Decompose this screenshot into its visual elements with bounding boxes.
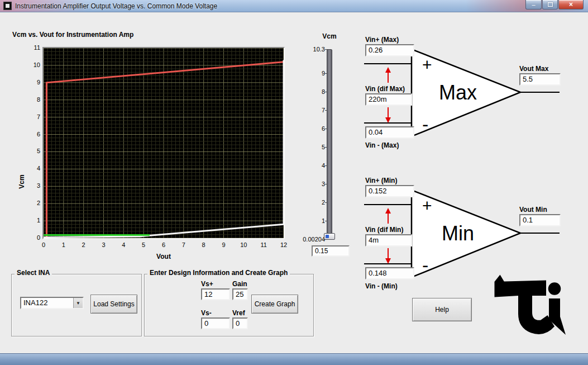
slider-tick-label: 5 bbox=[322, 144, 325, 150]
slider-track[interactable] bbox=[327, 49, 332, 240]
vs-plus-label: Vs+ bbox=[201, 280, 213, 288]
plot-area bbox=[42, 47, 285, 239]
vin-minus-min-field[interactable]: 0.148 bbox=[365, 267, 414, 279]
graph-title: Vcm vs. Vout for Instrumentation Amp bbox=[12, 31, 133, 39]
vout-min-field: 0.1 bbox=[519, 214, 561, 226]
vin-dif-min-field[interactable]: 4m bbox=[365, 234, 412, 247]
app-icon bbox=[3, 2, 12, 10]
x-tick-label: 0 bbox=[42, 241, 45, 248]
x-tick-label: 1 bbox=[62, 241, 65, 248]
create-graph-button[interactable]: Create Graph bbox=[251, 295, 298, 314]
minus-input-sign: - bbox=[422, 254, 428, 276]
x-tick-label: 5 bbox=[142, 241, 145, 248]
ina-dropdown-value: INA122 bbox=[21, 298, 73, 308]
y-tick-label: 8 bbox=[37, 96, 40, 103]
y-tick-label: 4 bbox=[37, 165, 40, 172]
vs-minus-field[interactable]: 0 bbox=[201, 317, 230, 329]
window-controls: – × bbox=[525, 0, 584, 10]
slider-tick-label: 2 bbox=[322, 199, 325, 206]
vcm-value-field[interactable]: 0.15 bbox=[312, 245, 350, 257]
window-title: Instrumentation Amplifier Output Voltage… bbox=[15, 2, 588, 10]
gain-field[interactable]: 25 bbox=[232, 288, 248, 300]
load-settings-button[interactable]: Load Settings bbox=[90, 295, 137, 314]
chevron-down-icon: ▼ bbox=[76, 301, 80, 306]
x-tick-label: 9 bbox=[222, 241, 225, 248]
window-titlebar: Instrumentation Amplifier Output Voltage… bbox=[0, 0, 588, 12]
plot-canvas bbox=[44, 48, 284, 238]
y-tick-label: 9 bbox=[37, 79, 40, 86]
vout-max-field: 5.5 bbox=[519, 73, 561, 86]
slider-tick-label: 4 bbox=[322, 162, 325, 169]
x-tick-label: 2 bbox=[82, 241, 85, 248]
slider-tick-label: 10.3 bbox=[313, 46, 325, 53]
vcm-vout-graph: Vcm 01234567891011 0123456789101112 Vout bbox=[10, 39, 302, 264]
ti-logo bbox=[490, 267, 568, 347]
amp-min-name: Min bbox=[442, 222, 474, 245]
slider-tick-label: 7 bbox=[322, 107, 325, 113]
vin-plus-min-field[interactable]: 0.152 bbox=[365, 185, 414, 197]
vout-min-label: Vout Min bbox=[519, 206, 547, 214]
x-tick-label: 6 bbox=[162, 241, 165, 248]
slider-tick-label: 8 bbox=[322, 88, 325, 95]
vs-plus-field[interactable]: 12 bbox=[201, 288, 230, 300]
select-ina-group-label: Select INA bbox=[15, 269, 52, 277]
window-bottom-border bbox=[0, 353, 588, 365]
minus-input-sign: - bbox=[422, 113, 428, 135]
slider-tick-label: 6 bbox=[322, 125, 325, 132]
arrow-up-icon bbox=[384, 207, 392, 224]
y-tick-label: 1 bbox=[37, 217, 40, 224]
slider-tick-label: 3 bbox=[322, 181, 325, 187]
opamp-max: + - Max Vin+ (Max) 0.26 Vin (dif Max) 22… bbox=[364, 35, 561, 153]
vin-plus-max-label: Vin+ (Max) bbox=[365, 36, 399, 44]
slider-tick-label: 1 bbox=[322, 217, 325, 224]
minimize-button[interactable]: – bbox=[525, 0, 542, 10]
ina-dropdown[interactable]: INA122 ▼ bbox=[20, 297, 84, 309]
minimize-icon: – bbox=[532, 2, 535, 8]
vref-field[interactable]: 0 bbox=[232, 317, 248, 329]
vout-max-label: Vout Max bbox=[519, 65, 548, 73]
y-tick-label: 5 bbox=[37, 148, 40, 154]
x-tick-label: 3 bbox=[102, 241, 105, 248]
vin-plus-max-field[interactable]: 0.26 bbox=[365, 44, 414, 56]
y-tick-label: 3 bbox=[37, 182, 40, 189]
plus-input-sign: + bbox=[422, 196, 432, 215]
texas-instruments-logo-graphic bbox=[490, 267, 568, 347]
y-tick-label: 2 bbox=[37, 200, 40, 206]
y-tick-label: 0 bbox=[37, 234, 40, 241]
y-tick-label: 10 bbox=[34, 61, 40, 68]
y-tick-label: 11 bbox=[34, 44, 40, 51]
arrow-down-icon bbox=[384, 107, 392, 124]
vin-plus-min-label: Vin+ (Min) bbox=[365, 177, 397, 184]
maximize-icon bbox=[548, 2, 553, 7]
vcm-slider: Vcm 10.39876543210.00204 0.15 bbox=[302, 32, 357, 263]
x-axis-label: Vout bbox=[42, 253, 285, 260]
vin-dif-max-field[interactable]: 220m bbox=[365, 93, 412, 106]
vin-minus-min-label: Vin - (Min) bbox=[365, 282, 398, 290]
maximize-button[interactable] bbox=[542, 0, 558, 10]
plus-input-sign: + bbox=[422, 55, 432, 74]
close-icon: × bbox=[569, 1, 573, 8]
x-tick-label: 12 bbox=[280, 241, 287, 248]
slider-thumb[interactable] bbox=[324, 233, 335, 240]
slider-tick-label: 9 bbox=[322, 70, 325, 77]
design-group-label: Enter Design Information and Create Grap… bbox=[147, 269, 290, 277]
x-tick-label: 4 bbox=[122, 241, 125, 248]
x-tick-label: 7 bbox=[182, 241, 185, 248]
y-axis-ticks: 01234567891011 bbox=[20, 39, 40, 264]
vin-minus-max-field[interactable]: 0.04 bbox=[365, 126, 414, 139]
y-axis-label: Vcm bbox=[18, 174, 26, 188]
app-window: Instrumentation Amplifier Output Voltage… bbox=[0, 0, 588, 365]
x-tick-label: 8 bbox=[202, 241, 205, 248]
amp-max-name: Max bbox=[439, 81, 477, 104]
arrow-down-icon bbox=[384, 248, 392, 264]
vref-label: Vref bbox=[232, 309, 245, 317]
close-button[interactable]: × bbox=[558, 0, 584, 10]
arrow-up-icon bbox=[384, 67, 392, 83]
vin-dif-max-label: Vin (dif Max) bbox=[365, 85, 405, 93]
dropdown-arrow-icon[interactable]: ▼ bbox=[73, 298, 83, 308]
vin-dif-min-label: Vin (dif Min) bbox=[365, 226, 403, 234]
gain-label: Gain bbox=[232, 280, 247, 288]
help-button[interactable]: Help bbox=[412, 298, 472, 321]
vs-minus-label: Vs- bbox=[201, 309, 212, 317]
x-tick-label: 10 bbox=[240, 241, 247, 248]
